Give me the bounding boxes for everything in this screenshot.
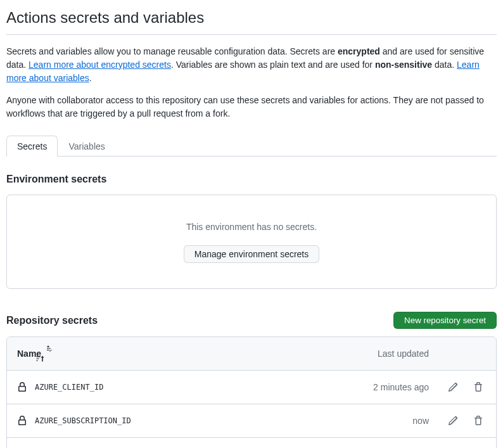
tabnav: Secrets Variables bbox=[6, 136, 497, 157]
intro-text-1d: . Variables are shown as plain text and … bbox=[171, 60, 375, 70]
column-name-header[interactable]: Name bbox=[17, 343, 334, 364]
delete-secret-button[interactable] bbox=[471, 380, 486, 395]
secret-updated: now bbox=[334, 414, 429, 428]
intro-bold-nonsensitive: non-sensitive bbox=[375, 60, 432, 70]
intro-text-1f: data. bbox=[432, 60, 457, 70]
tab-variables[interactable]: Variables bbox=[58, 136, 115, 157]
edit-secret-button[interactable] bbox=[445, 413, 461, 428]
table-row: AZURE_SUBSCRIPTION_ID now bbox=[7, 404, 496, 438]
environment-secrets-heading: Environment secrets bbox=[6, 172, 497, 187]
table-header: Name Last updated bbox=[7, 337, 496, 371]
column-updated-header: Last updated bbox=[334, 347, 429, 361]
learn-more-secrets-link[interactable]: Learn more about encrypted secrets bbox=[29, 60, 171, 70]
table-row: AZURE_TENANT_ID 1 minute ago bbox=[7, 438, 496, 448]
edit-secret-button[interactable] bbox=[445, 380, 461, 395]
new-repository-secret-button[interactable]: New repository secret bbox=[393, 312, 497, 329]
secret-name: AZURE_SUBSCRIPTION_ID bbox=[35, 415, 131, 426]
sort-icon bbox=[45, 343, 55, 364]
intro-paragraph-2: Anyone with collaborator access to this … bbox=[6, 94, 497, 120]
secret-updated: 2 minutes ago bbox=[334, 381, 429, 394]
environment-empty-text: This environment has no secrets. bbox=[17, 221, 486, 234]
intro-text: Secrets and variables allow you to manag… bbox=[6, 45, 497, 120]
delete-secret-button[interactable] bbox=[471, 413, 486, 428]
table-row: AZURE_CLIENT_ID 2 minutes ago bbox=[7, 371, 496, 404]
intro-text-1a: Secrets and variables allow you to manag… bbox=[6, 46, 338, 56]
secret-name: AZURE_CLIENT_ID bbox=[35, 381, 103, 393]
repository-secrets-table: Name Last updated AZURE_CLIENT_ID 2 minu… bbox=[6, 336, 497, 448]
pencil-icon bbox=[448, 416, 458, 426]
trash-icon bbox=[473, 382, 483, 392]
pencil-icon bbox=[448, 382, 458, 392]
repository-secrets-heading: Repository secrets bbox=[6, 313, 98, 328]
intro-text-1g: . bbox=[89, 73, 92, 83]
trash-icon bbox=[473, 416, 483, 426]
tab-secrets[interactable]: Secrets bbox=[6, 136, 58, 157]
lock-icon bbox=[17, 416, 27, 426]
environment-secrets-box: This environment has no secrets. Manage … bbox=[6, 195, 497, 289]
page-title: Actions secrets and variables bbox=[6, 6, 497, 35]
manage-environment-secrets-button[interactable]: Manage environment secrets bbox=[184, 245, 320, 263]
intro-bold-encrypted: encrypted bbox=[338, 46, 380, 56]
lock-icon bbox=[17, 382, 27, 392]
